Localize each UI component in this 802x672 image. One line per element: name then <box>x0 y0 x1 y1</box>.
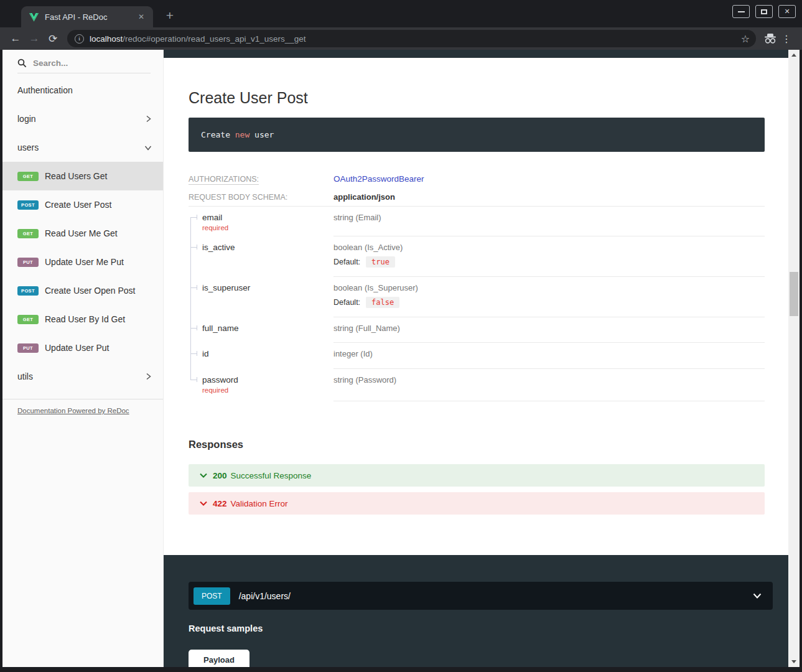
field-row-is-superuser: is_superuser boolean (Is_Superuser) Defa… <box>189 277 765 317</box>
endpoint-dropdown[interactable]: POST /api/v1/users/ <box>189 582 773 610</box>
bookmark-star-icon[interactable]: ☆ <box>741 33 750 45</box>
scrollbar-thumb[interactable] <box>790 272 798 316</box>
window-minimize-button[interactable] <box>732 5 750 18</box>
browser-toolbar: ← → ⟳ i localhost/redoc#operation/read_u… <box>0 27 802 50</box>
endpoint-path: /api/v1/users/ <box>239 591 753 601</box>
window-maximize-button[interactable] <box>755 5 773 18</box>
field-name: is_superuser <box>202 283 333 292</box>
required-label: required <box>202 386 333 394</box>
method-badge-get: GET <box>17 172 39 181</box>
menu-kebab-icon[interactable]: ⋮ <box>778 33 795 45</box>
field-name: password <box>202 375 333 385</box>
url-bar[interactable]: i localhost/redoc#operation/read_users_a… <box>67 30 756 47</box>
content-type-value: application/json <box>333 192 395 202</box>
method-badge-post: POST <box>17 200 39 210</box>
field-type: string (Password) <box>333 375 765 385</box>
responses-title: Responses <box>189 439 765 450</box>
field-type: string (Email) <box>333 213 765 222</box>
scrollbar-down-arrow[interactable] <box>791 660 796 663</box>
sidebar-item-create-user-open-post[interactable]: POST Create User Open Post <box>2 276 163 305</box>
operation-section: Create User Post Create new user AUTHORI… <box>164 58 788 555</box>
field-type: string (Full_Name) <box>333 324 765 333</box>
method-badge-get: GET <box>17 315 39 324</box>
url-host: localhost <box>90 34 123 44</box>
default-value-chip: true <box>366 256 395 268</box>
chevron-right-icon <box>145 115 152 123</box>
chevron-down-icon <box>200 501 207 506</box>
page-title: Create User Post <box>189 89 765 108</box>
response-code: 200 <box>213 471 227 480</box>
field-name: is_active <box>202 243 333 252</box>
field-row-password: password required string (Password) <box>189 369 765 401</box>
minimize-icon <box>738 11 745 12</box>
url-path: /redoc#operation/read_users_api_v1_users… <box>123 34 305 44</box>
response-200-panel[interactable]: 200 Successful Response <box>189 464 765 487</box>
sidebar-item-users[interactable]: users <box>2 133 163 162</box>
sidebar-item-create-user-post[interactable]: POST Create User Post <box>2 190 163 219</box>
highlighted-code-word: new <box>235 130 249 139</box>
back-button[interactable]: ← <box>6 30 25 47</box>
chevron-right-icon <box>145 373 152 380</box>
sidebar-item-update-user-put[interactable]: PUT Update User Put <box>2 334 163 362</box>
field-type: boolean (Is_Active) <box>333 243 765 252</box>
sidebar-item-utils[interactable]: utils <box>2 362 163 391</box>
sidebar-item-authentication[interactable]: Authentication <box>2 76 163 105</box>
previous-section-dark-strip <box>164 50 788 58</box>
method-badge-put: PUT <box>17 258 39 267</box>
titlebar: Fast API - ReDoc ✕ + ✕ <box>0 0 802 27</box>
browser-tab[interactable]: Fast API - ReDoc ✕ <box>21 6 153 27</box>
sidebar-item-read-user-me-get[interactable]: GET Read User Me Get <box>2 219 163 248</box>
chevron-down-icon <box>144 144 152 151</box>
sidebar-item-login[interactable]: login <box>2 105 163 133</box>
default-value-chip: false <box>366 297 399 308</box>
authorizations-label: AUTHORIZATIONS: <box>189 175 333 184</box>
request-body-schema-row: REQUEST BODY SCHEMA: application/json <box>189 192 765 202</box>
sidebar-item-update-user-me-put[interactable]: PUT Update User Me Put <box>2 248 163 276</box>
field-row-is-active: is_active boolean (Is_Active) Default:tr… <box>189 236 765 277</box>
search-input[interactable] <box>33 58 139 68</box>
field-row-id: id integer (Id) <box>189 343 765 369</box>
tab-title: Fast API - ReDoc <box>45 12 136 22</box>
search-icon <box>17 58 27 68</box>
schema-table: email required string (Email) is_active … <box>189 206 765 401</box>
tab-close-icon[interactable]: ✕ <box>136 11 147 22</box>
search-divider <box>17 73 151 73</box>
powered-by-redoc-link[interactable]: Documentation Powered by ReDoc <box>17 407 163 414</box>
chevron-down-icon <box>753 593 762 599</box>
sidebar: Authentication login users GET Read User… <box>2 50 164 667</box>
new-tab-button[interactable]: + <box>162 7 178 24</box>
site-info-icon[interactable]: i <box>75 34 84 44</box>
browser-window: Fast API - ReDoc ✕ + ✕ ← → ⟳ i localhost… <box>0 0 802 672</box>
search-box[interactable] <box>2 55 163 72</box>
response-code: 422 <box>213 499 227 508</box>
method-badge-post: POST <box>17 286 39 296</box>
sidebar-item-read-users-get[interactable]: GET Read Users Get <box>2 162 163 190</box>
payload-tab[interactable]: Payload <box>189 650 249 667</box>
authorizations-row: AUTHORIZATIONS: OAuth2PasswordBearer <box>189 174 765 184</box>
response-label: Validation Error <box>231 499 288 508</box>
content-area: Create User Post Create new user AUTHORI… <box>164 50 788 667</box>
window-right-border <box>800 50 802 667</box>
oauth2-password-bearer-link[interactable]: OAuth2PasswordBearer <box>333 174 424 184</box>
request-samples-section: POST /api/v1/users/ Request samples Payl… <box>164 555 788 667</box>
page-scrollbar[interactable] <box>788 50 800 667</box>
response-422-panel[interactable]: 422 Validation Error <box>189 492 765 515</box>
description-code-block: Create new user <box>189 118 765 152</box>
field-name: email <box>202 213 333 222</box>
default-label: Default: <box>333 258 360 266</box>
field-row-full-name: full_name string (Full_Name) <box>189 317 765 343</box>
method-badge-put: PUT <box>17 343 39 353</box>
maximize-icon <box>761 9 767 14</box>
request-samples-title: Request samples <box>189 623 773 635</box>
scrollbar-up-arrow[interactable] <box>791 54 796 57</box>
field-name: id <box>202 349 333 358</box>
sidebar-item-read-user-by-id-get[interactable]: GET Read User By Id Get <box>2 305 163 334</box>
forward-button[interactable]: → <box>25 30 44 47</box>
method-badge-get: GET <box>17 229 39 238</box>
window-close-button[interactable]: ✕ <box>778 5 796 18</box>
required-label: required <box>202 224 333 231</box>
field-name: full_name <box>202 324 333 333</box>
url-text: localhost/redoc#operation/read_users_api… <box>90 34 736 44</box>
reload-button[interactable]: ⟳ <box>44 30 62 47</box>
fastapi-favicon-icon <box>29 12 39 22</box>
